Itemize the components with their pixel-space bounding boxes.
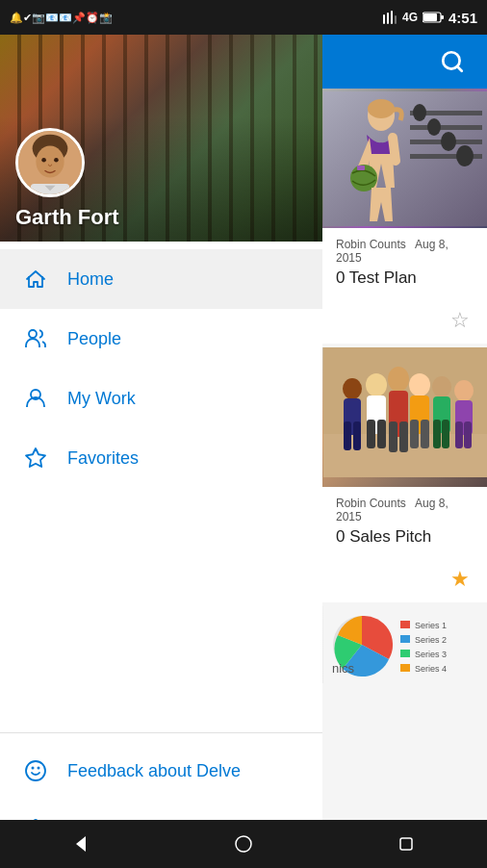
svg-rect-65 [400,635,410,643]
svg-rect-67 [400,664,410,672]
svg-rect-45 [377,420,386,448]
svg-point-38 [343,378,362,399]
card-3: Series 1 Series 2 Series 3 Series 4 nics [322,606,487,683]
status-bar: 🔔✔📷📧📧📌⏰📸 4G 4:51 [0,0,487,35]
svg-point-54 [432,376,451,397]
status-icons-right: 4G 4:51 [382,10,477,26]
svg-marker-15 [26,448,45,467]
svg-marker-72 [76,836,86,852]
star-empty-icon: ☆ [450,308,470,333]
sidebar-item-feedback-label: Feedback about Delve [67,761,241,781]
favorites-icon [23,446,48,471]
svg-point-30 [441,132,456,151]
svg-point-28 [413,104,426,121]
svg-text:Series 4: Series 4 [415,664,447,674]
svg-text:Series 2: Series 2 [415,635,447,645]
card-1-author: Robin Counts [336,238,406,251]
card-1-meta: Robin Counts Aug 8, 2015 [336,238,474,265]
sidebar-item-people[interactable]: People [0,309,322,369]
svg-rect-52 [410,420,419,448]
svg-rect-49 [399,421,408,452]
svg-point-10 [41,158,46,163]
card-1: Robin Counts Aug 8, 2015 0 Test Plan ☆ [322,89,487,344]
svg-point-31 [456,145,474,166]
top-bar [322,35,487,89]
feedback-icon [23,758,48,783]
network-type: 4G [402,11,418,24]
card-1-star-button[interactable]: ☆ [447,307,474,334]
profile-header: Garth Fort [0,35,322,242]
svg-rect-66 [400,650,410,657]
svg-point-11 [54,158,59,163]
sidebar-item-feedback[interactable]: Feedback about Delve [0,741,322,801]
svg-rect-56 [433,420,441,448]
card-3-text: nics [332,661,354,676]
svg-rect-2 [391,11,393,24]
recents-button[interactable] [387,825,425,863]
card-2-author: Robin Counts [336,497,406,510]
card-1-body: Robin Counts Aug 8, 2015 0 Test Plan [322,228,487,307]
svg-rect-40 [344,421,351,450]
card-1-image [322,89,487,228]
card-3-image: Series 1 Series 2 Series 3 Series 4 nics [322,606,487,683]
svg-point-50 [409,373,430,396]
card-2-star-button[interactable]: ★ [447,566,474,593]
app-container: Garth Fort Home People [0,35,487,868]
sidebar-item-mywork[interactable]: My Work [0,369,322,428]
user-name: Garth Fort [15,205,307,230]
svg-rect-53 [421,420,429,448]
status-icons-left: 🔔✔📷📧📧📌⏰📸 [10,12,113,24]
sidebar-item-mywork-label: My Work [67,389,136,409]
svg-rect-60 [455,421,463,448]
svg-rect-57 [442,420,449,448]
nav-list: Home People My Work Fav [0,242,322,732]
svg-rect-6 [441,15,444,19]
svg-rect-48 [389,421,397,452]
home-button[interactable] [224,825,263,863]
sidebar-item-people-label: People [67,329,121,349]
sidebar-item-home[interactable]: Home [0,249,322,309]
back-button[interactable] [62,825,100,863]
card-2-image [322,347,487,487]
drawer: Garth Fort Home People [0,35,322,868]
svg-point-73 [236,836,251,852]
time: 4:51 [449,10,477,26]
sidebar-item-favorites-label: Favorites [67,448,139,469]
sidebar-item-favorites[interactable]: Favorites [0,428,322,488]
card-2-body: Robin Counts Aug 8, 2015 0 Sales Pitch [322,487,487,566]
svg-rect-35 [357,166,365,170]
svg-rect-5 [423,13,437,21]
svg-point-29 [427,118,441,136]
android-nav-bar [0,820,487,868]
card-2-footer: ★ [322,566,487,602]
card-1-footer: ☆ [322,307,487,344]
svg-rect-1 [387,13,389,24]
chart-image: Series 1 Series 2 Series 3 Series 4 nics [322,606,487,683]
svg-text:Series 1: Series 1 [415,621,447,630]
sidebar-item-home-label: Home [67,269,114,290]
main-content: Robin Counts Aug 8, 2015 0 Test Plan ☆ [322,35,487,868]
svg-rect-41 [353,421,361,450]
svg-point-58 [454,380,474,401]
svg-rect-3 [395,15,397,24]
card-2-title: 0 Sales Pitch [336,527,474,547]
profile-overlay: Garth Fort [0,116,322,242]
avatar[interactable] [15,128,85,197]
svg-point-46 [388,367,409,392]
group-image [322,347,487,487]
card-2-meta: Robin Counts Aug 8, 2015 [336,497,474,523]
svg-point-42 [366,373,387,396]
star-filled-icon: ★ [450,567,470,592]
card-1-title: 0 Test Plan [336,268,474,288]
svg-rect-74 [400,838,412,850]
search-button[interactable] [433,42,472,81]
svg-text:Series 3: Series 3 [415,650,447,659]
svg-line-21 [457,66,462,71]
card-2: Robin Counts Aug 8, 2015 0 Sales Pitch ★ [322,347,487,602]
svg-rect-61 [464,421,472,448]
svg-rect-25 [410,125,482,130]
svg-rect-64 [400,621,410,628]
svg-point-16 [26,761,45,780]
svg-point-13 [29,330,37,338]
home-icon [23,267,48,292]
